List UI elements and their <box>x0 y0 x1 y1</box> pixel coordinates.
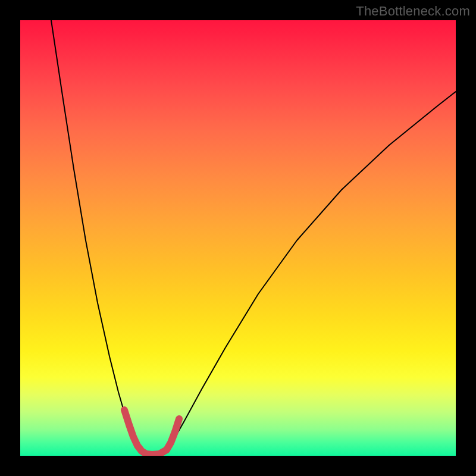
series-black-curve-left <box>51 20 142 455</box>
series-red-bottom <box>124 410 179 455</box>
watermark-text: TheBottleneck.com <box>356 4 470 19</box>
curve-layer <box>20 20 456 456</box>
plot-area <box>20 20 456 456</box>
series-black-curve-right <box>164 92 456 455</box>
chart-frame: TheBottleneck.com <box>0 0 476 476</box>
